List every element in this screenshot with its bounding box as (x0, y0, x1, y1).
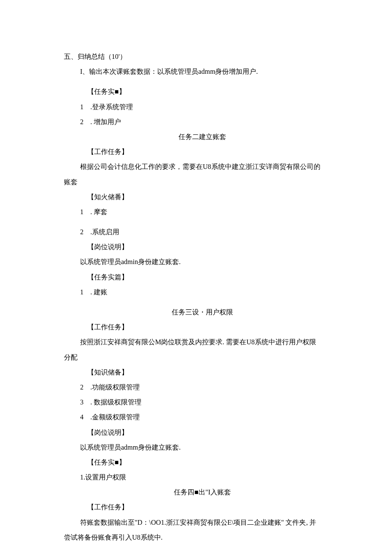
label-position-3: 【岗位说明】 (64, 425, 341, 440)
label-task-impl-3: 【任务实■】 (64, 455, 341, 470)
text-task2-desc-a: 根据公司会计信息化工作的要求，需要在U8系统中建立浙江安详商贸有限公司的 (64, 159, 341, 174)
document-page: 五、归纳总结（10'） I、输出本次课账套数据：以系统管理员admm身份增加用户… (0, 0, 392, 555)
label-work-task-2: 【工作任务】 (64, 144, 341, 159)
heading-task-3: 任务三设・用户权限 (64, 305, 341, 320)
item-login: 1 .登录系统管理 (64, 99, 341, 114)
label-knowledge-3: 【知识储备】 (64, 365, 341, 380)
text-output-summary: I、输出本次课账套数据：以系统管理员admm身份增加用户. (64, 64, 341, 79)
text-admin-create: 以系统管理员admin身份建立账套. (64, 254, 341, 269)
item-data-perm: 3 . 数据级权限管理 (64, 395, 341, 410)
label-task-impl-1: 【任务实■】 (64, 84, 341, 99)
item-func-perm: 2 .功能级权限管理 (64, 380, 341, 395)
text-admm-create: 以系统管理员admm身份建立账套. (64, 440, 341, 455)
item-set-perm: 1.设置用户权限 (64, 470, 341, 485)
item-add-user: 2 . 增加用户 (64, 114, 341, 129)
text-task3-desc-b: 分配 (64, 350, 341, 365)
heading-section-5: 五、归纳总结（10'） (64, 49, 341, 64)
label-work-task-3: 【工作任务】 (64, 320, 341, 334)
label-knowledge-2: 【知火储番】 (64, 189, 341, 204)
text-task3-desc-a: 按照浙江安祥商贸有限公M岗位联赏及内控要求. 需要在U8系统中进行用户权限 (64, 334, 341, 349)
item-mosao: 1 . 摩套 (64, 204, 341, 219)
text-task4-desc-a: 符账套数据输出至"D：\OO1.浙江安祥商贸有限公E\项目二企业建账" 文件夹,… (64, 515, 341, 530)
text-task2-desc-b: 账套 (64, 174, 341, 189)
heading-task-4: 任务四■出"I入账套 (64, 485, 341, 500)
item-amount-perm: 4 .金额级权限管理 (64, 410, 341, 424)
text-task4-desc-b: 尝试将备份账食再引入U8系统中. (64, 530, 341, 545)
item-system-enable: 2 .系统启用 (64, 224, 341, 239)
label-task-impl-2: 【任务实篇】 (64, 270, 341, 285)
label-work-task-4: 【工作任务】 (64, 500, 341, 514)
item-create-account: 1 . 建账 (64, 285, 341, 299)
label-position-2: 【岗位说明】 (64, 239, 341, 254)
heading-task-2: 任务二建立账套 (64, 129, 341, 144)
